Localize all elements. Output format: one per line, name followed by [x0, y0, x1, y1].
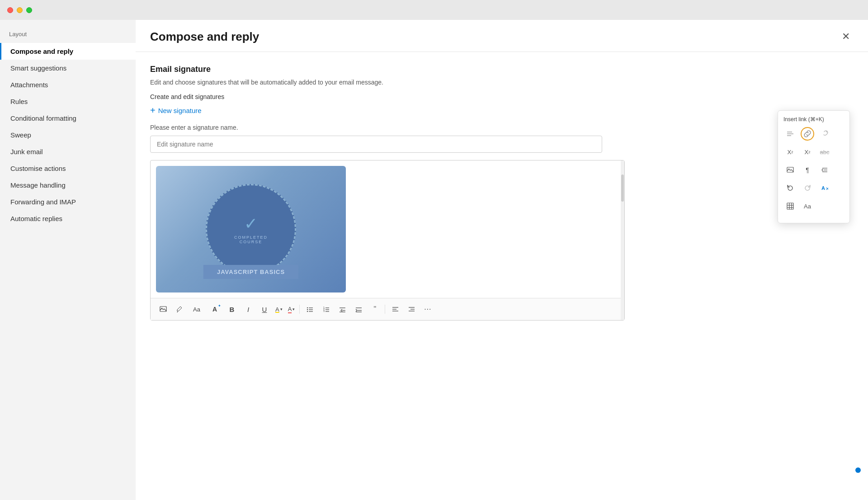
badge-ribbon: JAVASCRIPT BASICS [203, 265, 298, 279]
minimize-button[interactable] [17, 7, 23, 13]
align-right-button[interactable] [404, 302, 419, 316]
app-container: Layout Compose and reply Smart suggestio… [0, 20, 868, 500]
more-icon: ··· [424, 305, 431, 313]
insert-link-tooltip: Insert link (⌘+K) [778, 110, 850, 223]
sidebar-item-label: Conditional formatting [10, 114, 76, 122]
tooltip-row-5: Aa [783, 199, 844, 213]
inline-image-icon[interactable] [783, 163, 797, 177]
insert-link-icon[interactable] [801, 127, 814, 141]
subscript-icon[interactable]: X2 [801, 145, 814, 159]
font-size-button[interactable]: Aa [189, 302, 205, 316]
font-size-tooltip-icon[interactable]: Aa [801, 199, 814, 213]
sidebar-item-automatic-replies[interactable]: Automatic replies [0, 210, 136, 227]
sidebar-item-customise-actions[interactable]: Customise actions [0, 160, 136, 177]
sidebar-item-sweep[interactable]: Sweep [0, 127, 136, 143]
strikethrough-icon[interactable]: abc [818, 145, 831, 159]
italic-button[interactable]: I [241, 302, 255, 316]
more-options-button[interactable]: ··· [420, 302, 435, 316]
plus-icon: + [150, 106, 156, 115]
svg-point-1 [161, 308, 162, 309]
sidebar-item-message-handling[interactable]: Message handling [0, 177, 136, 193]
sidebar-item-compose-reply[interactable]: Compose and reply [0, 43, 136, 60]
sidebar-item-forwarding-imap[interactable]: Forwarding and IMAP [0, 193, 136, 210]
font-size-up-icon: A [212, 306, 217, 313]
close-panel-button[interactable]: ✕ [838, 29, 854, 44]
decrease-indent-button[interactable] [335, 302, 349, 316]
scrollbar-thumb[interactable] [621, 175, 624, 202]
underline-icon: U [262, 306, 267, 313]
sidebar-item-label: Automatic replies [10, 215, 62, 222]
section-description: Edit and choose signatures that will be … [150, 79, 854, 86]
insert-image-button[interactable] [156, 302, 170, 316]
sidebar-item-rules[interactable]: Rules [0, 93, 136, 110]
main-panel: Compose and reply ✕ Email signature Edit… [136, 20, 868, 500]
underline-button[interactable]: U [257, 302, 272, 316]
rtl-icon[interactable] [818, 163, 831, 177]
clear-formatting-icon[interactable]: A✕ [818, 181, 831, 195]
paragraph-icon[interactable]: ¶ [801, 163, 814, 177]
signature-name-input[interactable] [150, 136, 602, 153]
editor-toolbar: Aa A ✦ B I U [151, 298, 624, 320]
panel-header: Compose and reply ✕ [136, 20, 868, 52]
highlight-color-button[interactable]: A ▾ [274, 302, 284, 316]
font-size-up-button[interactable]: A ✦ [207, 302, 223, 316]
sidebar-item-attachments[interactable]: Attachments [0, 76, 136, 93]
sidebar-item-label: Attachments [10, 81, 48, 89]
format-brush-button[interactable] [172, 302, 187, 316]
tooltip-label: Insert link (⌘+K) [783, 116, 844, 123]
svg-point-31 [788, 169, 789, 170]
bullets-button[interactable] [302, 302, 317, 316]
section-create-label: Create and edit signatures [150, 93, 854, 100]
sidebar-item-label: Compose and reply [10, 47, 73, 55]
tooltip-row-1 [783, 127, 844, 141]
svg-rect-6 [307, 311, 308, 312]
numbering-button[interactable]: 1.2.3. [319, 302, 333, 316]
quote-button[interactable]: " [368, 302, 382, 316]
sidebar: Layout Compose and reply Smart suggestio… [0, 20, 136, 500]
svg-text:3.: 3. [323, 310, 325, 312]
redo-icon[interactable] [801, 181, 814, 195]
quote-icon: " [374, 305, 377, 313]
font-color-button[interactable]: A ▾ [286, 302, 297, 316]
tooltip-row-3: ¶ [783, 163, 844, 177]
sidebar-item-label: Forwarding and IMAP [10, 198, 76, 206]
svg-rect-2 [307, 307, 308, 308]
toolbar-separator-1 [299, 305, 300, 314]
badge: ✓ COMPLETED COURSE [206, 184, 296, 274]
highlight-icon: A [275, 306, 279, 313]
svg-text:✕: ✕ [826, 186, 828, 191]
close-button[interactable] [7, 7, 13, 13]
editor-scrollbar[interactable] [621, 160, 624, 320]
editor-body[interactable]: ✓ COMPLETED COURSE JAVASCRIPT BASICS [151, 160, 624, 298]
new-signature-label: New signature [158, 107, 202, 114]
align-left-button[interactable] [388, 302, 402, 316]
superscript-icon[interactable]: X2 [783, 145, 797, 159]
increase-indent-button[interactable] [351, 302, 366, 316]
panel-title: Compose and reply [150, 30, 259, 44]
sidebar-item-junk-email[interactable]: Junk email [0, 143, 136, 160]
font-color-icon: A [288, 306, 292, 313]
enter-name-hint: Please enter a signature name. [150, 124, 854, 131]
badge-course-text: COURSE [234, 240, 268, 244]
sidebar-item-conditional-formatting[interactable]: Conditional formatting [0, 110, 136, 127]
svg-rect-4 [307, 309, 308, 310]
insert-table-icon[interactable] [783, 199, 797, 213]
undo-icon[interactable] [783, 181, 797, 195]
sidebar-item-label: Message handling [10, 181, 66, 189]
tooltip-row-4: A✕ [783, 181, 844, 195]
sidebar-item-label: Junk email [10, 148, 43, 156]
maximize-button[interactable] [26, 7, 32, 13]
remove-link-icon[interactable] [818, 127, 831, 141]
sidebar-item-smart-suggestions[interactable]: Smart suggestions [0, 60, 136, 76]
signature-editor: ✓ COMPLETED COURSE JAVASCRIPT BASICS [150, 160, 625, 321]
bold-button[interactable]: B [225, 302, 239, 316]
italic-icon: I [247, 306, 249, 313]
sidebar-item-label: Sweep [10, 131, 31, 139]
badge-completed-text: COMPLETED [234, 235, 268, 240]
font-color-chevron: ▾ [292, 307, 295, 311]
sidebar-group-label: Layout [0, 27, 136, 43]
new-signature-button[interactable]: + New signature [150, 106, 202, 115]
sidebar-item-label: Smart suggestions [10, 64, 66, 72]
badge-ribbon-label: JAVASCRIPT BASICS [217, 269, 285, 275]
align-icon[interactable] [783, 127, 797, 141]
